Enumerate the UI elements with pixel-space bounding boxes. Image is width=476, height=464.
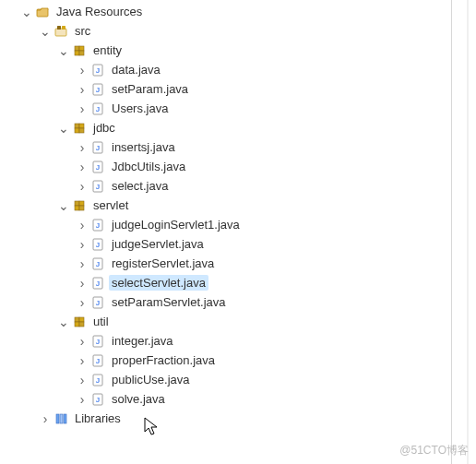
java-file-icon: J: [90, 276, 105, 291]
svg-rect-5: [79, 46, 84, 51]
svg-text:J: J: [96, 183, 100, 191]
expand-toggle[interactable]: [76, 180, 89, 193]
tree-node-java-file[interactable]: J properFraction.java: [4, 351, 476, 370]
svg-rect-15: [79, 124, 84, 128]
java-file-icon: J: [90, 82, 105, 97]
expand-toggle[interactable]: [20, 6, 33, 18]
java-file-icon: J: [90, 353, 105, 368]
java-file-icon: J: [90, 392, 105, 407]
tree-node-java-file[interactable]: J Users.java: [4, 99, 476, 118]
tree-node-java-resources[interactable]: Java Resources: [4, 2, 476, 21]
svg-text:J: J: [96, 260, 100, 268]
expand-toggle[interactable]: [76, 354, 89, 367]
tree-label: setParamServlet.java: [109, 294, 229, 310]
svg-rect-41: [79, 322, 84, 327]
svg-rect-6: [75, 51, 79, 55]
tree-label: servlet: [90, 197, 131, 213]
tree-node-package-servlet[interactable]: servlet: [4, 196, 476, 215]
svg-rect-40: [75, 322, 79, 327]
tree-node-java-file[interactable]: J setParamServlet.java: [4, 292, 476, 312]
tree-node-java-file[interactable]: J judgeLoginServlet1.java: [4, 215, 476, 234]
scrollbar-track[interactable]: [467, 0, 469, 464]
svg-rect-1: [55, 29, 66, 36]
expand-toggle[interactable]: [76, 238, 89, 251]
tree-label: Java Resources: [54, 4, 145, 19]
tree-label: Users.java: [109, 101, 171, 116]
tree-node-java-file[interactable]: J solve.java: [4, 389, 476, 409]
tree-node-java-file[interactable]: J select.java: [4, 176, 476, 196]
tree-node-java-file[interactable]: J registerServlet.java: [4, 254, 476, 273]
expand-toggle[interactable]: [76, 393, 89, 406]
java-file-icon: J: [90, 140, 105, 155]
svg-text:J: J: [96, 105, 100, 113]
package-icon: [72, 315, 87, 329]
expand-toggle[interactable]: [76, 64, 89, 77]
tree-node-java-file[interactable]: J JdbcUtils.java: [4, 157, 476, 176]
expand-toggle[interactable]: [57, 122, 70, 135]
tree-label: selectServlet.java: [109, 275, 208, 291]
tree-label: solve.java: [109, 391, 168, 407]
tree-node-java-file[interactable]: J judgeServlet.java: [4, 234, 476, 254]
tree-node-libraries[interactable]: Libraries: [4, 409, 476, 428]
expand-toggle[interactable]: [76, 374, 89, 387]
tree-node-package-util[interactable]: util: [4, 312, 476, 331]
expand-toggle[interactable]: [39, 25, 52, 38]
tree-label: jdbc: [90, 120, 118, 136]
expand-toggle[interactable]: [76, 277, 89, 290]
svg-rect-4: [75, 46, 79, 51]
svg-text:J: J: [96, 280, 100, 288]
package-icon: [72, 43, 87, 58]
tree-label: judgeServlet.java: [109, 236, 207, 252]
svg-rect-38: [75, 317, 79, 322]
java-file-icon: J: [90, 256, 105, 271]
svg-rect-52: [64, 414, 66, 423]
tree-label: insertsj.java: [109, 139, 178, 155]
expand-toggle[interactable]: [76, 141, 89, 154]
tree-node-java-file[interactable]: J publicUse.java: [4, 370, 476, 389]
svg-text:J: J: [96, 357, 100, 365]
tree-label: judgeLoginServlet1.java: [109, 217, 243, 232]
java-file-icon: J: [90, 334, 105, 349]
svg-text:J: J: [96, 221, 100, 230]
tree-label: util: [90, 314, 112, 329]
tree-node-java-file[interactable]: J insertsj.java: [4, 137, 476, 157]
tree-label: Libraries: [72, 410, 124, 426]
expand-toggle[interactable]: [57, 315, 70, 328]
svg-text:J: J: [96, 376, 100, 385]
svg-rect-16: [75, 128, 79, 133]
svg-rect-25: [79, 201, 84, 206]
expand-toggle[interactable]: [76, 83, 89, 96]
tree-node-src[interactable]: src: [4, 21, 476, 41]
tree-node-package-jdbc[interactable]: jdbc: [4, 118, 476, 137]
expand-toggle[interactable]: [76, 161, 89, 173]
tree-node-package-entity[interactable]: entity: [4, 41, 476, 60]
tree-node-java-file[interactable]: J integer.java: [4, 331, 476, 351]
tree-label: integer.java: [109, 333, 176, 349]
expand-toggle[interactable]: [39, 412, 52, 425]
svg-text:J: J: [96, 86, 100, 94]
tree-node-java-file[interactable]: J data.java: [4, 60, 476, 79]
java-file-icon: J: [90, 101, 105, 116]
svg-rect-51: [60, 414, 63, 423]
expand-toggle[interactable]: [57, 199, 70, 212]
svg-rect-27: [79, 206, 84, 210]
svg-rect-7: [79, 51, 84, 55]
tree-label: select.java: [109, 178, 171, 194]
java-file-icon: J: [90, 160, 105, 174]
expand-toggle[interactable]: [76, 335, 89, 348]
java-file-icon: J: [90, 63, 105, 77]
expand-toggle[interactable]: [76, 296, 89, 309]
expand-toggle[interactable]: [76, 219, 89, 232]
tree-label: data.java: [109, 62, 163, 77]
expand-toggle[interactable]: [57, 44, 70, 57]
tree-label: properFraction.java: [109, 352, 218, 368]
svg-text:J: J: [96, 144, 100, 152]
expand-toggle[interactable]: [76, 102, 89, 115]
svg-rect-26: [75, 206, 79, 210]
expand-toggle[interactable]: [76, 257, 89, 270]
package-explorer-tree: Java Resources src entity J data.java J …: [0, 0, 476, 430]
tree-node-java-file-selected[interactable]: J selectServlet.java: [4, 273, 476, 292]
tree-label: setParam.java: [109, 81, 191, 97]
svg-text:J: J: [96, 338, 100, 346]
tree-node-java-file[interactable]: J setParam.java: [4, 79, 476, 99]
